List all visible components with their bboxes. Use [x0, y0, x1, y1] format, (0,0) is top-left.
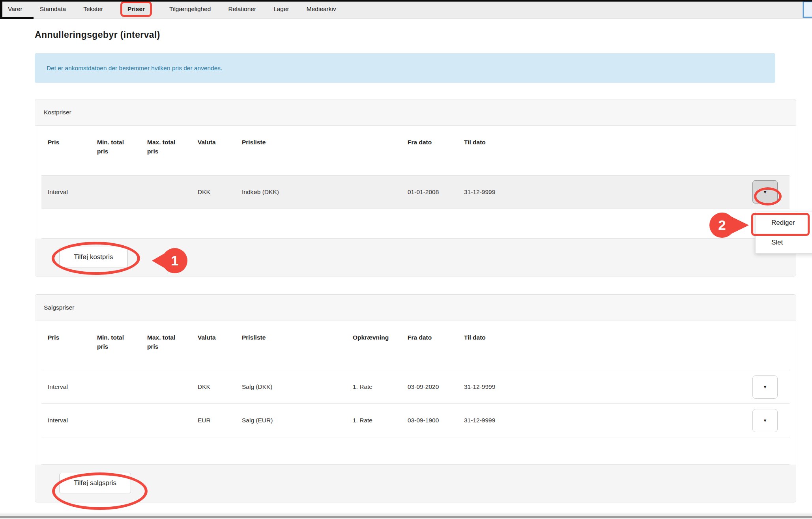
window-bottom-edge — [0, 513, 812, 519]
cell-pris: Interval — [41, 404, 91, 437]
cell-opkraevning: 1. Rate — [346, 370, 401, 404]
table-row: Interval EUR Salg (EUR) 1. Rate 03-09-19… — [41, 404, 790, 437]
main-content: Annulleringsgebyr (interval) Det er anko… — [35, 19, 796, 502]
sales-prices-panel-title: Salgspriser — [35, 295, 796, 321]
sales-prices-footer: Tilføj salgspris — [35, 465, 796, 502]
cell-fra-dato: 03-09-1900 — [401, 404, 458, 437]
cost-prices-footer: Tilføj kostpris — [35, 239, 796, 276]
col-header-min-total-pris: Min. total pris — [91, 321, 141, 370]
info-banner: Det er ankomstdatoen der bestemmer hvilk… — [35, 53, 775, 83]
cost-prices-table-wrap: Pris Min. total pris Max. total pris Val… — [35, 126, 796, 239]
col-header-pris: Pris — [41, 126, 91, 175]
cell-max-total-pris — [141, 175, 191, 209]
cell-min-total-pris — [91, 175, 141, 209]
col-header-valuta: Valuta — [191, 321, 236, 370]
caret-down-icon: ▼ — [763, 385, 767, 389]
col-header-fra-dato: Fra dato — [401, 321, 458, 370]
cell-til-dato: 31-12-9999 — [458, 404, 521, 437]
cell-valuta: DKK — [191, 175, 236, 209]
cell-pris: Interval — [41, 175, 91, 209]
caret-down-icon: ▼ — [763, 418, 767, 423]
window-left-edge — [0, 0, 2, 19]
cell-prisliste: Salg (EUR) — [236, 404, 346, 437]
info-banner-text: Det er ankomstdatoen der bestemmer hvilk… — [47, 65, 222, 71]
row-actions-dropdown-button[interactable]: ▼ — [752, 180, 778, 203]
cell-actions: ▼ — [521, 404, 790, 437]
row-actions-menu: Rediger Slet — [755, 212, 812, 254]
nav-tab-stamdata[interactable]: Stamdata — [40, 6, 66, 13]
cell-pris: Interval — [41, 370, 91, 404]
cell-til-dato: 31-12-9999 — [458, 175, 521, 209]
cell-fra-dato: 01-01-2008 — [401, 175, 458, 209]
nav-tab-relationer[interactable]: Relationer — [228, 6, 256, 13]
cost-prices-panel-title: Kostpriser — [35, 99, 796, 126]
cost-prices-panel: Kostpriser Pris Min. total pris Max. tot… — [35, 99, 796, 276]
sales-prices-panel: Salgspriser Pris Min. total pris Max. to… — [35, 294, 796, 503]
col-header-max-total-pris: Max. total pris — [141, 321, 191, 370]
cost-prices-header-row: Pris Min. total pris Max. total pris Val… — [41, 126, 790, 175]
col-header-actions — [521, 126, 790, 175]
nav-tab-tilgaengelighed[interactable]: Tilgængelighed — [169, 6, 211, 13]
col-header-prisliste: Prisliste — [236, 321, 346, 370]
table-row: Interval DKK Salg (DKK) 1. Rate 03-09-20… — [41, 370, 790, 404]
menu-item-rediger[interactable]: Rediger — [756, 213, 812, 233]
page-title: Annulleringsgebyr (interval) — [35, 29, 796, 41]
nav-tab-varer[interactable]: Varer — [8, 6, 22, 13]
sales-prices-table: Pris Min. total pris Max. total pris Val… — [41, 321, 790, 465]
col-header-fra-dato: Fra dato — [401, 126, 458, 175]
cell-max-total-pris — [141, 404, 191, 437]
col-header-max-total-pris: Max. total pris — [141, 126, 191, 175]
menu-item-slet[interactable]: Slet — [756, 233, 812, 252]
row-actions-dropdown-button[interactable]: ▼ — [752, 409, 778, 432]
cell-opkraevning: 1. Rate — [346, 404, 401, 437]
nav-tab-tekster[interactable]: Tekster — [83, 6, 103, 13]
cell-valuta: DKK — [191, 370, 236, 404]
add-sales-price-button[interactable]: Tilføj salgspris — [59, 473, 131, 493]
col-header-prisliste: Prisliste — [236, 126, 401, 175]
cell-max-total-pris — [141, 370, 191, 404]
col-header-actions — [521, 321, 790, 370]
empty-row — [41, 437, 790, 465]
document-icon[interactable] — [803, 1, 812, 18]
col-header-pris: Pris — [41, 321, 91, 370]
window-corner-edge — [0, 17, 34, 19]
cell-min-total-pris — [91, 370, 141, 404]
col-header-valuta: Valuta — [191, 126, 236, 175]
cell-fra-dato: 03-09-2020 — [401, 370, 458, 404]
annotation-box-priser-tab: Priser — [120, 1, 152, 17]
col-header-til-dato: Til dato — [458, 321, 521, 370]
cell-min-total-pris — [91, 404, 141, 437]
cost-prices-table: Pris Min. total pris Max. total pris Val… — [41, 126, 790, 239]
nav-tab-lager[interactable]: Lager — [273, 6, 289, 13]
col-header-til-dato: Til dato — [458, 126, 521, 175]
table-row: Interval DKK Indkøb (DKK) 01-01-2008 31-… — [41, 175, 790, 209]
cell-valuta: EUR — [191, 404, 236, 437]
nav-tab-mediearkiv[interactable]: Mediearkiv — [307, 6, 336, 13]
add-cost-price-button[interactable]: Tilføj kostpris — [59, 247, 128, 267]
empty-row — [41, 209, 790, 238]
top-nav: Varer Stamdata Tekster Priser Tilgængeli… — [0, 0, 812, 19]
row-actions-dropdown-button[interactable]: ▼ — [752, 375, 778, 399]
sales-prices-header-row: Pris Min. total pris Max. total pris Val… — [41, 321, 790, 370]
window-top-edge — [0, 0, 812, 2]
sales-prices-table-wrap: Pris Min. total pris Max. total pris Val… — [35, 321, 796, 465]
cell-til-dato: 31-12-9999 — [458, 370, 521, 404]
col-header-opkraevning: Opkrævning — [346, 321, 401, 370]
cell-actions: ▼ — [521, 370, 790, 404]
cell-actions: ▼ — [521, 175, 790, 209]
col-header-min-total-pris: Min. total pris — [91, 126, 141, 175]
cell-prisliste: Indkøb (DKK) — [236, 175, 401, 209]
cell-prisliste: Salg (DKK) — [236, 370, 346, 404]
caret-down-icon: ▼ — [763, 190, 767, 194]
nav-tab-priser[interactable]: Priser — [127, 6, 145, 12]
